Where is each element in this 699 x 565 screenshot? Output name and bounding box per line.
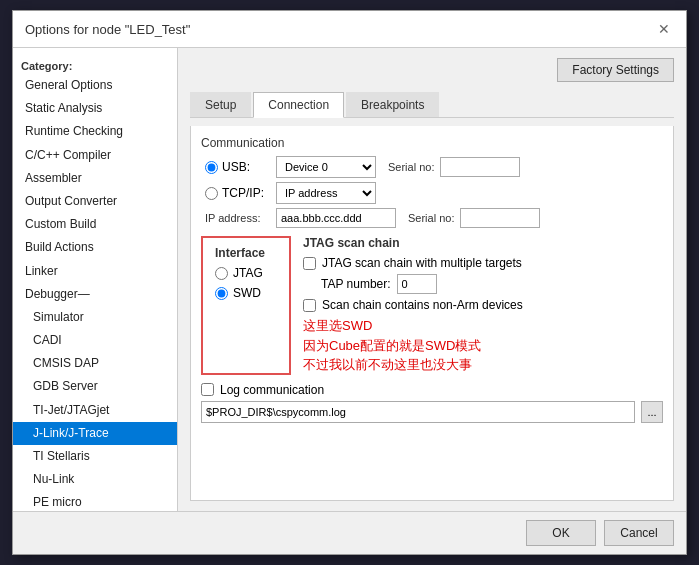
- ip-address-label: IP address:: [205, 212, 270, 224]
- tcpip-radio-label[interactable]: TCP/IP:: [205, 186, 270, 200]
- sidebar-item-custom-build[interactable]: Custom Build: [13, 213, 177, 236]
- tab-connection[interactable]: Connection: [253, 92, 344, 118]
- options-dialog: Options for node "LED_Test" ✕ Category: …: [12, 10, 687, 555]
- sidebar-item-nu-link[interactable]: Nu-Link: [13, 468, 177, 491]
- main-content: Factory Settings Setup Connection Breakp…: [178, 48, 686, 511]
- ip-serial-input[interactable]: [460, 208, 540, 228]
- title-bar: Options for node "LED_Test" ✕: [13, 11, 686, 48]
- jtag-scan-title: JTAG scan chain: [303, 236, 663, 250]
- annotation-line2: 因为Cube配置的就是SWD模式: [303, 336, 663, 356]
- close-button[interactable]: ✕: [654, 19, 674, 39]
- sidebar-item-assembler[interactable]: Assembler: [13, 167, 177, 190]
- jtag-scan-box: JTAG scan chain JTAG scan chain with mul…: [303, 236, 663, 375]
- log-path-input[interactable]: [201, 401, 635, 423]
- sidebar-item-output-converter[interactable]: Output Converter: [13, 190, 177, 213]
- sidebar-item-general-options[interactable]: General Options: [13, 74, 177, 97]
- usb-label: USB:: [222, 160, 250, 174]
- dialog-body: Category: General Options Static Analysi…: [13, 48, 686, 511]
- tcpip-row: TCP/IP: IP address: [205, 182, 663, 204]
- usb-serial-input[interactable]: [440, 157, 520, 177]
- log-checkbox[interactable]: [201, 383, 214, 396]
- sidebar-item-ti-jet[interactable]: TI-Jet/JTAGjet: [13, 399, 177, 422]
- tcpip-label: TCP/IP:: [222, 186, 264, 200]
- ok-button[interactable]: OK: [526, 520, 596, 546]
- tab-bar: Setup Connection Breakpoints: [190, 92, 674, 118]
- sidebar-item-cmsis-dap[interactable]: CMSIS DAP: [13, 352, 177, 375]
- jtag-multiple-row: JTAG scan chain with multiple targets: [303, 256, 663, 270]
- jtag-radio[interactable]: [215, 267, 228, 280]
- sidebar-item-debugger[interactable]: Debugger—: [13, 283, 177, 306]
- non-arm-row: Scan chain contains non-Arm devices: [303, 298, 663, 312]
- category-label: Category:: [13, 56, 177, 74]
- tap-label: TAP number:: [321, 277, 391, 291]
- annotation-line3: 不过我以前不动这里也没大事: [303, 355, 663, 375]
- ip-address-row: IP address: Serial no:: [205, 208, 663, 228]
- sidebar-item-cadi[interactable]: CADI: [13, 329, 177, 352]
- sidebar-item-ti-stellaris[interactable]: TI Stellaris: [13, 445, 177, 468]
- usb-serial-label: Serial no:: [388, 161, 434, 173]
- jtag-radio-label[interactable]: JTAG: [215, 266, 277, 280]
- sidebar: Category: General Options Static Analysi…: [13, 48, 178, 511]
- tab-breakpoints[interactable]: Breakpoints: [346, 92, 439, 117]
- sidebar-item-gdb-server[interactable]: GDB Server: [13, 375, 177, 398]
- ip-address-input[interactable]: [276, 208, 396, 228]
- bottom-bar: OK Cancel: [13, 511, 686, 554]
- sidebar-item-static-analysis[interactable]: Static Analysis: [13, 97, 177, 120]
- sidebar-item-pe-micro[interactable]: PE micro: [13, 491, 177, 511]
- cancel-button[interactable]: Cancel: [604, 520, 674, 546]
- sidebar-item-simulator[interactable]: Simulator: [13, 306, 177, 329]
- annotation-line1: 这里选SWD: [303, 316, 663, 336]
- log-section: Log communication ...: [201, 383, 663, 423]
- sidebar-item-build-actions[interactable]: Build Actions: [13, 236, 177, 259]
- tab-setup[interactable]: Setup: [190, 92, 251, 117]
- log-label: Log communication: [220, 383, 324, 397]
- ip-serial-label: Serial no:: [408, 212, 454, 224]
- usb-row: USB: Device 0 Device 1 Device 2 Serial n…: [205, 156, 663, 178]
- swd-radio-label[interactable]: SWD: [215, 286, 277, 300]
- dialog-title: Options for node "LED_Test": [25, 22, 190, 37]
- tcpip-radio[interactable]: [205, 187, 218, 200]
- ip-options-select[interactable]: IP address: [276, 182, 376, 204]
- annotation-text: 这里选SWD 因为Cube配置的就是SWD模式 不过我以前不动这里也没大事: [303, 316, 663, 375]
- interface-title: Interface: [215, 246, 277, 260]
- non-arm-checkbox[interactable]: [303, 299, 316, 312]
- usb-radio-label[interactable]: USB:: [205, 160, 270, 174]
- sidebar-item-jlink-jtrace[interactable]: J-Link/J-Trace: [13, 422, 177, 445]
- log-browse-button[interactable]: ...: [641, 401, 663, 423]
- sidebar-item-cpp-compiler[interactable]: C/C++ Compiler: [13, 144, 177, 167]
- log-checkbox-row: Log communication: [201, 383, 663, 397]
- sidebar-item-runtime-checking[interactable]: Runtime Checking: [13, 120, 177, 143]
- communication-grid: USB: Device 0 Device 1 Device 2 Serial n…: [205, 156, 663, 228]
- usb-radio[interactable]: [205, 161, 218, 174]
- tap-input[interactable]: [397, 274, 437, 294]
- jtag-multiple-checkbox[interactable]: [303, 257, 316, 270]
- sidebar-item-linker[interactable]: Linker: [13, 260, 177, 283]
- tap-number-row: TAP number:: [321, 274, 663, 294]
- swd-option-label: SWD: [233, 286, 261, 300]
- jtag-multiple-label: JTAG scan chain with multiple targets: [322, 256, 522, 270]
- top-row: Factory Settings: [190, 58, 674, 82]
- two-panel: Interface JTAG SWD: [201, 236, 663, 375]
- non-arm-label: Scan chain contains non-Arm devices: [322, 298, 523, 312]
- communication-label: Communication: [201, 136, 663, 150]
- tab-content: Communication USB: Device 0 Device 1 Dev…: [190, 126, 674, 501]
- swd-radio[interactable]: [215, 287, 228, 300]
- log-path-row: ...: [201, 401, 663, 423]
- jtag-option-label: JTAG: [233, 266, 263, 280]
- device-select[interactable]: Device 0 Device 1 Device 2: [276, 156, 376, 178]
- factory-settings-button[interactable]: Factory Settings: [557, 58, 674, 82]
- interface-box: Interface JTAG SWD: [201, 236, 291, 375]
